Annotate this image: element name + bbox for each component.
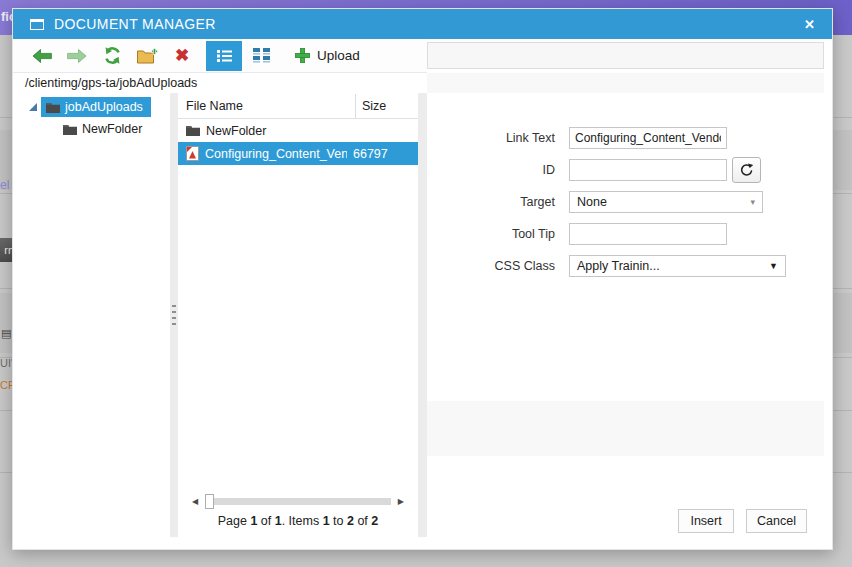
grid-view-button[interactable] (250, 43, 272, 69)
form-row: CSS Class Apply Trainin... ▼ (427, 255, 832, 277)
css-class-label: CSS Class (427, 259, 555, 273)
reset-id-button[interactable] (732, 157, 761, 183)
target-label: Target (427, 195, 555, 209)
scrollbar-thumb[interactable] (205, 494, 214, 509)
chevron-down-icon: ▼ (769, 261, 778, 271)
folder-icon (186, 125, 200, 136)
tree-item-newfolder[interactable]: NewFolder (63, 122, 142, 136)
file-list: NewFolder Configuring_Content_Vendor 667… (178, 119, 418, 494)
pdf-file-icon (186, 146, 199, 161)
file-name-cell: NewFolder (178, 124, 347, 138)
form-row: Tool Tip (427, 223, 832, 245)
new-folder-button[interactable] (136, 43, 158, 69)
forward-arrow-icon (67, 49, 87, 63)
delete-icon: ✖ (175, 47, 189, 64)
target-value: None (577, 195, 607, 209)
path-right-spacer (427, 73, 824, 93)
upload-plus-icon (295, 48, 310, 63)
refresh-icon (102, 46, 123, 65)
pagination-number: 2 (347, 514, 354, 528)
current-path: /clientimg/gps-ta/jobAdUploads (13, 73, 427, 93)
css-class-select[interactable]: Apply Trainin... ▼ (569, 255, 786, 277)
list-view-button[interactable] (206, 41, 242, 71)
pagination-text: . Items (282, 514, 323, 528)
grid-view-icon (253, 48, 270, 63)
cancel-button[interactable]: Cancel (746, 509, 807, 533)
refresh-button[interactable] (101, 43, 123, 69)
file-row-configuring-content-vendor[interactable]: Configuring_Content_Vendor 66797 (178, 142, 418, 165)
file-name-cell: Configuring_Content_Vendor (178, 146, 347, 161)
delete-button[interactable]: ✖ (171, 43, 193, 69)
pagination-status: Page 1 of 1. Items 1 to 2 of 2 (178, 514, 418, 528)
toolbar-right-spacer (427, 39, 832, 73)
file-list-panel: File Name Size NewFolder (178, 93, 418, 537)
pagination-number: 1 (323, 514, 330, 528)
file-name: NewFolder (206, 124, 266, 138)
pagination-text: to (330, 514, 347, 528)
upload-label: Upload (317, 48, 360, 63)
form-row: ID (427, 159, 832, 181)
panel-splitter[interactable] (418, 93, 427, 537)
pagination-text: of (257, 514, 274, 528)
new-folder-icon (137, 47, 158, 64)
pagination-number: 2 (371, 514, 378, 528)
forward-button[interactable] (66, 43, 88, 69)
reset-icon (739, 163, 754, 178)
list-view-icon (217, 49, 232, 63)
tree-node: NewFolder (13, 118, 170, 140)
css-class-value: Apply Trainin... (577, 259, 660, 273)
file-name: Configuring_Content_Vendor (205, 147, 347, 161)
pagination-text: of (354, 514, 371, 528)
document-manager-dialog: DOCUMENT MANAGER ✕ (12, 8, 833, 550)
link-text-input[interactable] (569, 127, 727, 149)
form-row: Link Text (427, 127, 832, 149)
id-input[interactable] (569, 159, 727, 181)
file-list-header: File Name Size (178, 93, 418, 119)
dialog-footer: Insert Cancel (678, 509, 807, 533)
tree-node: jobAdUploads (13, 96, 170, 118)
target-select[interactable]: None ▾ (569, 191, 763, 213)
chevron-down-icon: ▾ (750, 197, 755, 207)
toolbar: ✖ (13, 39, 427, 73)
tool-tip-label: Tool Tip (427, 227, 555, 241)
link-text-label: Link Text (427, 131, 555, 145)
upload-button[interactable]: Upload (295, 48, 360, 63)
scrollbar-track[interactable] (205, 498, 391, 505)
folder-tree: jobAdUploads NewFolder (13, 93, 170, 537)
dialog-titlebar[interactable]: DOCUMENT MANAGER ✕ (13, 9, 832, 39)
back-button[interactable] (31, 43, 53, 69)
tree-item-label: jobAdUploads (65, 100, 143, 114)
horizontal-scrollbar: ◀ ▶ (178, 494, 418, 509)
window-icon (30, 19, 44, 30)
pagination-text: Page (218, 514, 251, 528)
tool-tip-input[interactable] (569, 223, 727, 245)
dialog-title: DOCUMENT MANAGER (54, 16, 216, 32)
insert-button[interactable]: Insert (678, 509, 734, 533)
background-link-fragment: el (0, 178, 9, 192)
tree-item-label: NewFolder (82, 122, 142, 136)
file-size-cell: 66797 (347, 147, 418, 161)
toolbar-right-panel (427, 42, 824, 69)
form-row: Target None ▾ (427, 191, 832, 213)
tree-item-jobaduploads[interactable]: jobAdUploads (41, 97, 151, 117)
folder-icon (46, 102, 60, 113)
scroll-left-icon[interactable]: ◀ (192, 498, 198, 506)
background-printer-icon: ▤ (1, 327, 11, 340)
file-row-newfolder[interactable]: NewFolder (178, 119, 418, 142)
column-header-file-name[interactable]: File Name (178, 94, 356, 118)
scroll-right-icon[interactable]: ▶ (398, 498, 404, 506)
panel-divider-strip (427, 401, 824, 456)
link-properties-panel: Link Text ID Target None ▾ (427, 93, 832, 537)
close-icon[interactable]: ✕ (804, 18, 815, 31)
splitter-grip-icon (172, 305, 176, 329)
tree-expander-icon[interactable] (29, 103, 37, 111)
pagination-number: 1 (275, 514, 282, 528)
back-arrow-icon (32, 49, 52, 63)
tree-splitter[interactable] (170, 93, 178, 537)
id-label: ID (427, 163, 555, 177)
column-header-size[interactable]: Size (356, 99, 418, 113)
folder-icon (63, 124, 77, 135)
